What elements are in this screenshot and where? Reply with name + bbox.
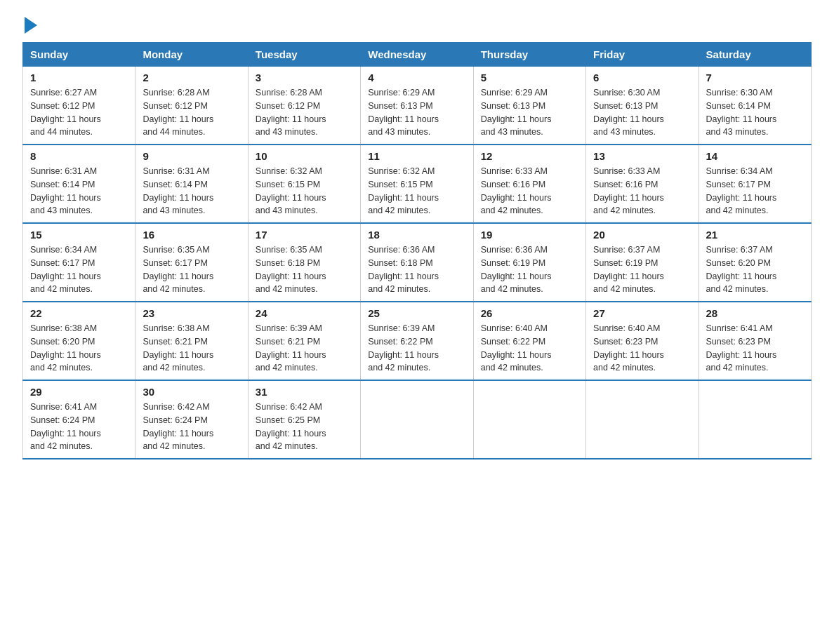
day-cell: 9 Sunrise: 6:31 AM Sunset: 6:14 PM Dayli… bbox=[135, 145, 248, 223]
day-cell bbox=[473, 380, 585, 459]
day-info: Sunrise: 6:38 AM Sunset: 6:20 PM Dayligh… bbox=[30, 322, 128, 375]
day-info: Sunrise: 6:42 AM Sunset: 6:25 PM Dayligh… bbox=[256, 401, 353, 453]
day-number: 6 bbox=[593, 72, 691, 83]
day-number: 8 bbox=[30, 150, 128, 162]
week-row-2: 8 Sunrise: 6:31 AM Sunset: 6:14 PM Dayli… bbox=[23, 145, 812, 223]
day-info: Sunrise: 6:37 AM Sunset: 6:20 PM Dayligh… bbox=[706, 243, 804, 296]
day-number: 30 bbox=[143, 386, 240, 398]
week-row-1: 1 Sunrise: 6:27 AM Sunset: 6:12 PM Dayli… bbox=[23, 67, 812, 145]
day-number: 9 bbox=[143, 150, 240, 162]
day-number: 24 bbox=[256, 307, 353, 319]
page-header bbox=[22, 17, 812, 31]
day-number: 7 bbox=[706, 72, 804, 83]
day-number: 19 bbox=[481, 229, 578, 241]
day-cell: 12 Sunrise: 6:33 AM Sunset: 6:16 PM Dayl… bbox=[473, 145, 585, 223]
day-cell: 21 Sunrise: 6:37 AM Sunset: 6:20 PM Dayl… bbox=[699, 223, 811, 302]
day-number: 21 bbox=[706, 229, 804, 241]
calendar-body: 1 Sunrise: 6:27 AM Sunset: 6:12 PM Dayli… bbox=[23, 67, 812, 459]
day-cell: 15 Sunrise: 6:34 AM Sunset: 6:17 PM Dayl… bbox=[23, 223, 135, 302]
day-cell: 30 Sunrise: 6:42 AM Sunset: 6:24 PM Dayl… bbox=[135, 380, 248, 459]
day-number: 31 bbox=[256, 386, 353, 398]
day-cell: 16 Sunrise: 6:35 AM Sunset: 6:17 PM Dayl… bbox=[135, 223, 248, 302]
day-info: Sunrise: 6:34 AM Sunset: 6:17 PM Dayligh… bbox=[30, 243, 128, 296]
day-info: Sunrise: 6:33 AM Sunset: 6:16 PM Dayligh… bbox=[593, 165, 691, 217]
day-cell bbox=[699, 380, 811, 459]
week-row-3: 15 Sunrise: 6:34 AM Sunset: 6:17 PM Dayl… bbox=[23, 223, 812, 302]
day-info: Sunrise: 6:29 AM Sunset: 6:13 PM Dayligh… bbox=[481, 86, 578, 139]
day-cell: 2 Sunrise: 6:28 AM Sunset: 6:12 PM Dayli… bbox=[135, 67, 248, 145]
day-number: 11 bbox=[368, 150, 465, 162]
day-number: 22 bbox=[30, 307, 128, 319]
day-info: Sunrise: 6:40 AM Sunset: 6:23 PM Dayligh… bbox=[593, 322, 691, 375]
day-cell: 10 Sunrise: 6:32 AM Sunset: 6:15 PM Dayl… bbox=[248, 145, 360, 223]
day-info: Sunrise: 6:37 AM Sunset: 6:19 PM Dayligh… bbox=[593, 243, 691, 296]
header-cell-thursday: Thursday bbox=[473, 43, 585, 67]
day-cell: 28 Sunrise: 6:41 AM Sunset: 6:23 PM Dayl… bbox=[699, 302, 811, 380]
day-number: 16 bbox=[143, 229, 240, 241]
logo-triangle-icon bbox=[25, 17, 37, 34]
header-cell-saturday: Saturday bbox=[699, 43, 811, 67]
day-number: 1 bbox=[30, 72, 128, 83]
header-cell-friday: Friday bbox=[586, 43, 699, 67]
calendar-table: SundayMondayTuesdayWednesdayThursdayFrid… bbox=[22, 42, 812, 459]
day-cell: 22 Sunrise: 6:38 AM Sunset: 6:20 PM Dayl… bbox=[23, 302, 135, 380]
day-info: Sunrise: 6:27 AM Sunset: 6:12 PM Dayligh… bbox=[30, 86, 128, 139]
day-info: Sunrise: 6:28 AM Sunset: 6:12 PM Dayligh… bbox=[143, 86, 240, 139]
week-row-4: 22 Sunrise: 6:38 AM Sunset: 6:20 PM Dayl… bbox=[23, 302, 812, 380]
day-info: Sunrise: 6:39 AM Sunset: 6:22 PM Dayligh… bbox=[368, 322, 465, 375]
day-info: Sunrise: 6:31 AM Sunset: 6:14 PM Dayligh… bbox=[143, 165, 240, 217]
day-cell: 26 Sunrise: 6:40 AM Sunset: 6:22 PM Dayl… bbox=[473, 302, 585, 380]
day-cell bbox=[586, 380, 699, 459]
day-info: Sunrise: 6:32 AM Sunset: 6:15 PM Dayligh… bbox=[256, 165, 353, 217]
day-cell: 5 Sunrise: 6:29 AM Sunset: 6:13 PM Dayli… bbox=[473, 67, 585, 145]
day-number: 18 bbox=[368, 229, 465, 241]
day-cell: 1 Sunrise: 6:27 AM Sunset: 6:12 PM Dayli… bbox=[23, 67, 135, 145]
day-cell: 23 Sunrise: 6:38 AM Sunset: 6:21 PM Dayl… bbox=[135, 302, 248, 380]
day-info: Sunrise: 6:29 AM Sunset: 6:13 PM Dayligh… bbox=[368, 86, 465, 139]
day-cell: 13 Sunrise: 6:33 AM Sunset: 6:16 PM Dayl… bbox=[586, 145, 699, 223]
day-cell: 6 Sunrise: 6:30 AM Sunset: 6:13 PM Dayli… bbox=[586, 67, 699, 145]
day-number: 14 bbox=[706, 150, 804, 162]
day-cell bbox=[361, 380, 473, 459]
day-info: Sunrise: 6:36 AM Sunset: 6:19 PM Dayligh… bbox=[481, 243, 578, 296]
day-info: Sunrise: 6:33 AM Sunset: 6:16 PM Dayligh… bbox=[481, 165, 578, 217]
day-number: 4 bbox=[368, 72, 465, 83]
day-number: 15 bbox=[30, 229, 128, 241]
day-info: Sunrise: 6:35 AM Sunset: 6:17 PM Dayligh… bbox=[143, 243, 240, 296]
day-info: Sunrise: 6:35 AM Sunset: 6:18 PM Dayligh… bbox=[256, 243, 353, 296]
header-cell-monday: Monday bbox=[135, 43, 248, 67]
day-info: Sunrise: 6:42 AM Sunset: 6:24 PM Dayligh… bbox=[143, 401, 240, 453]
header-cell-wednesday: Wednesday bbox=[361, 43, 473, 67]
day-number: 29 bbox=[30, 386, 128, 398]
logo bbox=[22, 17, 37, 31]
day-cell: 18 Sunrise: 6:36 AM Sunset: 6:18 PM Dayl… bbox=[361, 223, 473, 302]
header-cell-sunday: Sunday bbox=[23, 43, 135, 67]
day-info: Sunrise: 6:28 AM Sunset: 6:12 PM Dayligh… bbox=[256, 86, 353, 139]
day-cell: 11 Sunrise: 6:32 AM Sunset: 6:15 PM Dayl… bbox=[361, 145, 473, 223]
day-cell: 27 Sunrise: 6:40 AM Sunset: 6:23 PM Dayl… bbox=[586, 302, 699, 380]
day-number: 28 bbox=[706, 307, 804, 319]
day-number: 17 bbox=[256, 229, 353, 241]
day-info: Sunrise: 6:30 AM Sunset: 6:13 PM Dayligh… bbox=[593, 86, 691, 139]
day-info: Sunrise: 6:39 AM Sunset: 6:21 PM Dayligh… bbox=[256, 322, 353, 375]
day-cell: 19 Sunrise: 6:36 AM Sunset: 6:19 PM Dayl… bbox=[473, 223, 585, 302]
day-number: 26 bbox=[481, 307, 578, 319]
day-number: 12 bbox=[481, 150, 578, 162]
header-cell-tuesday: Tuesday bbox=[248, 43, 360, 67]
day-number: 25 bbox=[368, 307, 465, 319]
day-number: 20 bbox=[593, 229, 691, 241]
day-info: Sunrise: 6:41 AM Sunset: 6:23 PM Dayligh… bbox=[706, 322, 804, 375]
day-cell: 25 Sunrise: 6:39 AM Sunset: 6:22 PM Dayl… bbox=[361, 302, 473, 380]
day-number: 13 bbox=[593, 150, 691, 162]
day-cell: 29 Sunrise: 6:41 AM Sunset: 6:24 PM Dayl… bbox=[23, 380, 135, 459]
day-cell: 7 Sunrise: 6:30 AM Sunset: 6:14 PM Dayli… bbox=[699, 67, 811, 145]
day-info: Sunrise: 6:32 AM Sunset: 6:15 PM Dayligh… bbox=[368, 165, 465, 217]
day-info: Sunrise: 6:41 AM Sunset: 6:24 PM Dayligh… bbox=[30, 401, 128, 453]
day-cell: 3 Sunrise: 6:28 AM Sunset: 6:12 PM Dayli… bbox=[248, 67, 360, 145]
day-number: 23 bbox=[143, 307, 240, 319]
day-number: 5 bbox=[481, 72, 578, 83]
logo-line1 bbox=[22, 17, 37, 34]
week-row-5: 29 Sunrise: 6:41 AM Sunset: 6:24 PM Dayl… bbox=[23, 380, 812, 459]
day-cell: 8 Sunrise: 6:31 AM Sunset: 6:14 PM Dayli… bbox=[23, 145, 135, 223]
day-number: 2 bbox=[143, 72, 240, 83]
